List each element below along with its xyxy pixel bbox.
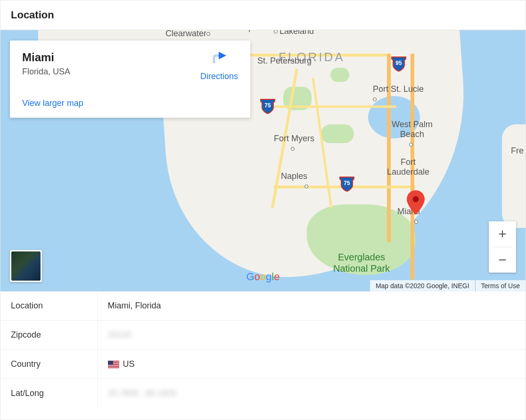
city-tampa: Tampa <box>227 30 258 32</box>
google-logo: Google <box>246 271 279 283</box>
table-row: CountryUS <box>0 350 526 379</box>
landmass-east <box>502 124 526 228</box>
map-info-card: Miami Florida, USA Directions View large… <box>10 40 250 118</box>
detail-value: US <box>97 350 526 379</box>
city-fortlauderdale: Fort Lauderdale <box>387 157 429 177</box>
city-stpetersburg: St. Petersburg <box>257 56 312 66</box>
detail-key: Country <box>0 350 97 379</box>
panel-title: Location <box>11 9 515 21</box>
city-clearwater: Clearwater <box>165 30 212 39</box>
map-pin-icon <box>407 190 425 215</box>
detail-key: Location <box>0 291 97 321</box>
shield-label: 75 <box>339 180 355 186</box>
shield-i75: 75 <box>260 98 276 114</box>
us-flag-icon <box>108 361 119 368</box>
info-title: Miami <box>22 51 70 64</box>
table-row: LocationMiami, Florida <box>0 291 526 321</box>
road <box>387 54 391 242</box>
attribution-text: Map data ©2020 Google, INEGI <box>370 280 475 291</box>
zoom-control: + − <box>489 221 516 273</box>
panel-header: Location <box>0 0 526 30</box>
map-attribution: Map data ©2020 Google, INEGI Terms of Us… <box>370 280 526 291</box>
satellite-icon <box>11 251 41 281</box>
detail-key: Zipcode <box>0 321 97 350</box>
city-naples: Naples <box>281 171 310 191</box>
detail-value: Miami, Florida <box>97 291 526 321</box>
city-lakeland: Lakeland <box>274 30 314 36</box>
shield-label: 95 <box>391 60 407 66</box>
terms-link[interactable]: Terms of Use <box>475 280 526 291</box>
table-row: Lat/Long25.7808, -80.1826 <box>0 379 526 408</box>
shield-i75: 75 <box>339 176 355 192</box>
zoom-in-button[interactable]: + <box>489 221 516 247</box>
detail-value: 33132 <box>97 321 526 350</box>
zoom-out-button[interactable]: − <box>489 247 516 273</box>
park-shape <box>321 124 354 143</box>
view-larger-map-link[interactable]: View larger map <box>22 98 83 108</box>
satellite-toggle[interactable] <box>10 250 42 282</box>
details-table: LocationMiami, FloridaZipcode33132Countr… <box>0 291 526 408</box>
shield-label: 75 <box>260 102 276 109</box>
city-fortmyers: Fort Myers <box>274 134 314 153</box>
city-westpalmbeach: West Palm Beach <box>392 120 433 149</box>
city-portstlucie: Port St. Lucie <box>373 84 424 104</box>
info-subtitle: Florida, USA <box>22 67 70 77</box>
map[interactable]: FLORIDA 95 75 75 Clearwater Tampa Lakela… <box>0 30 526 291</box>
detail-value: 25.7808, -80.1826 <box>97 379 526 408</box>
detail-key: Lat/Long <box>0 379 97 408</box>
directions-button[interactable]: Directions <box>200 51 238 81</box>
directions-label: Directions <box>200 72 238 81</box>
svg-point-0 <box>413 196 419 202</box>
shield-i95: 95 <box>391 56 407 72</box>
road <box>264 105 396 108</box>
directions-icon <box>211 51 227 67</box>
location-panel: Location FLORIDA 95 75 75 <box>0 0 526 420</box>
city-freeport: Fre <box>511 146 524 156</box>
park-everglades-label: Everglades National Park <box>333 251 390 274</box>
park-shape <box>330 68 349 82</box>
table-row: Zipcode33132 <box>0 321 526 350</box>
